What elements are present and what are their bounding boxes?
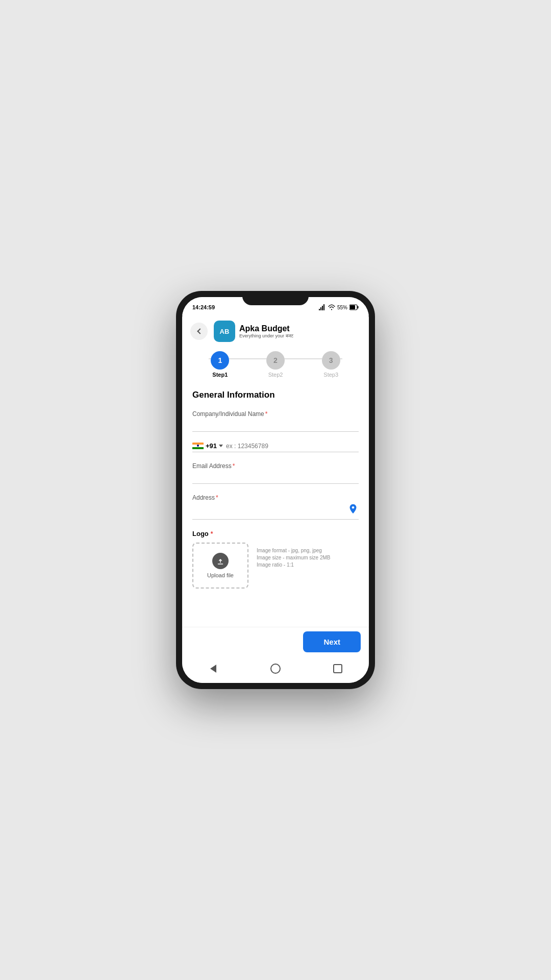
step-2-number: 2 bbox=[273, 356, 278, 364]
bottom-bar: Next bbox=[182, 627, 369, 656]
country-code: +91 bbox=[206, 442, 217, 450]
svg-rect-6 bbox=[350, 305, 355, 309]
battery-percentage: 55% bbox=[337, 305, 347, 310]
upload-info-ratio: Image ratio - 1:1 bbox=[257, 562, 330, 568]
logo-label: Logo * bbox=[192, 530, 359, 537]
back-button[interactable] bbox=[190, 323, 208, 340]
company-name-label: Company/Individual Name * bbox=[192, 410, 359, 418]
step-1[interactable]: 1 Step1 bbox=[192, 351, 248, 378]
home-circle-icon bbox=[270, 664, 281, 674]
svg-rect-2 bbox=[322, 306, 323, 310]
address-required-star: * bbox=[216, 494, 218, 501]
india-flag bbox=[192, 443, 204, 450]
step-1-number: 1 bbox=[218, 356, 222, 364]
address-input[interactable] bbox=[192, 509, 347, 517]
upload-box[interactable]: Upload file bbox=[192, 543, 248, 589]
status-icons: 55% bbox=[319, 304, 359, 310]
logo-section: Logo * Upload file bbox=[192, 530, 359, 589]
company-name-input[interactable] bbox=[192, 420, 359, 432]
phone-device: 14:24:59 55% bbox=[176, 291, 375, 689]
app-logo: AB Apka Budget Everything under your बजट bbox=[214, 321, 293, 342]
step-2-circle: 2 bbox=[266, 351, 285, 370]
recents-square-icon bbox=[333, 664, 342, 673]
svg-rect-0 bbox=[319, 309, 320, 310]
upload-info-format: Image format - jpg, png, jpeg bbox=[257, 548, 330, 553]
upload-info: Image format - jpg, png, jpeg Image size… bbox=[257, 543, 330, 568]
logo-title: Apka Budget bbox=[239, 324, 293, 333]
upload-cloud-icon bbox=[212, 553, 229, 569]
email-label: Email Address * bbox=[192, 462, 359, 470]
status-time: 14:24:59 bbox=[192, 304, 215, 310]
upload-label: Upload file bbox=[207, 572, 234, 578]
step-3[interactable]: 3 Step3 bbox=[303, 351, 359, 378]
svg-rect-3 bbox=[323, 304, 324, 310]
email-input[interactable] bbox=[192, 472, 359, 484]
logo-subtitle: Everything under your बजट bbox=[239, 333, 293, 339]
step-2-label: Step2 bbox=[268, 372, 283, 378]
step-3-circle: 3 bbox=[322, 351, 340, 370]
step-indicator: 1 Step1 2 Step2 3 Step3 bbox=[182, 347, 369, 386]
address-row bbox=[192, 503, 359, 520]
logo-initials: AB bbox=[214, 321, 235, 342]
country-selector[interactable]: +91 bbox=[192, 442, 223, 450]
company-required-star: * bbox=[265, 410, 268, 418]
logo-upload-area: Upload file Image format - jpg, png, jpe… bbox=[192, 543, 359, 589]
phone-screen: 14:24:59 55% bbox=[182, 297, 369, 683]
back-triangle-icon bbox=[210, 665, 216, 673]
address-field-wrapper: Address * bbox=[192, 494, 359, 520]
logo-text: Apka Budget Everything under your बजट bbox=[239, 324, 293, 339]
nav-back-button[interactable] bbox=[206, 662, 220, 676]
back-arrow-icon bbox=[197, 328, 203, 334]
section-title: General Information bbox=[192, 390, 359, 400]
svg-rect-5 bbox=[358, 306, 359, 309]
address-label: Address * bbox=[192, 494, 359, 501]
chevron-down-icon bbox=[219, 445, 223, 447]
wifi-icon bbox=[328, 304, 335, 310]
svg-point-7 bbox=[352, 506, 355, 509]
nav-home-button[interactable] bbox=[268, 662, 283, 676]
phone-notch bbox=[242, 291, 309, 305]
email-required-star: * bbox=[233, 462, 235, 470]
next-button[interactable]: Next bbox=[303, 631, 361, 652]
bottom-nav bbox=[182, 656, 369, 683]
phone-field: +91 bbox=[192, 442, 359, 452]
step-3-number: 3 bbox=[329, 356, 333, 364]
phone-input[interactable] bbox=[226, 443, 359, 450]
step-1-label: Step1 bbox=[212, 372, 228, 378]
svg-rect-1 bbox=[320, 307, 321, 310]
step-2[interactable]: 2 Step2 bbox=[248, 351, 304, 378]
logo-required-star: * bbox=[211, 530, 213, 537]
form-area: General Information Company/Individual N… bbox=[182, 386, 369, 627]
email-field: Email Address * bbox=[192, 462, 359, 484]
company-name-field: Company/Individual Name * bbox=[192, 410, 359, 432]
step-3-label: Step3 bbox=[323, 372, 338, 378]
step-1-circle: 1 bbox=[211, 351, 229, 370]
nav-recents-button[interactable] bbox=[331, 662, 345, 676]
location-icon[interactable] bbox=[347, 503, 359, 517]
battery-icon bbox=[349, 304, 359, 310]
upload-info-size: Image size - maximum size 2MB bbox=[257, 555, 330, 560]
form-scroll-area[interactable]: General Information Company/Individual N… bbox=[182, 386, 369, 627]
signal-icon bbox=[319, 304, 326, 310]
app-header: AB Apka Budget Everything under your बजट bbox=[182, 315, 369, 347]
